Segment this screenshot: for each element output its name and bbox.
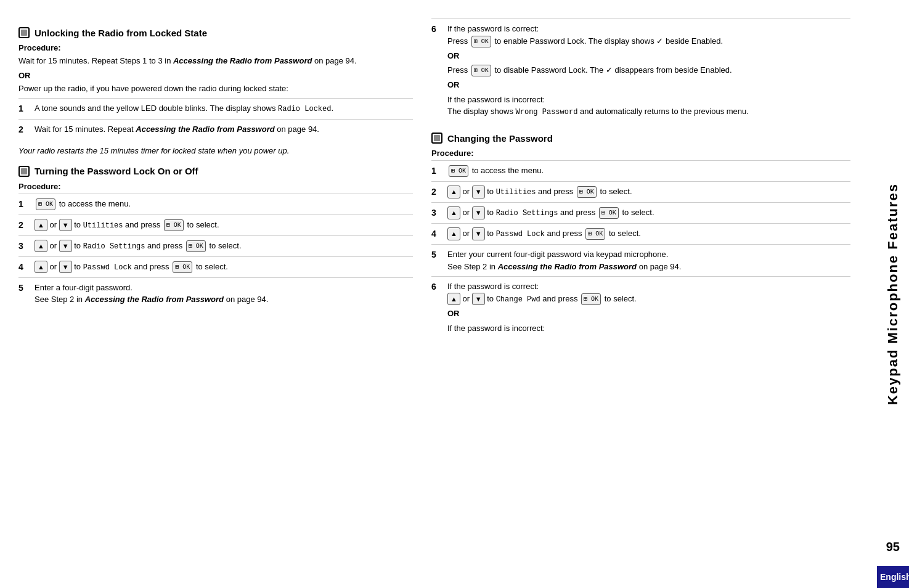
- or-label: OR: [447, 79, 850, 91]
- ok-button-icon: ⊞ OK: [36, 198, 55, 210]
- procedure-label-changing-password: Procedure:: [431, 149, 850, 158]
- unlocking-steps: 1 A tone sounds and the yellow LED doubl…: [18, 98, 413, 140]
- step-item: 5 Enter your current four-digit password…: [431, 244, 850, 276]
- up-arrow-icon: ▲: [447, 206, 460, 219]
- up-arrow-icon: ▲: [447, 186, 460, 198]
- step-item: 3 ▲ or ▼ to Radio Settings and press ⊞ O…: [18, 235, 413, 256]
- unlocking-or-text: Power up the radio, if you have powered …: [18, 83, 413, 95]
- up-arrow-icon: ▲: [35, 240, 47, 253]
- step-item: 1 ⊞ OK to access the menu.: [431, 160, 850, 181]
- language-label: English: [880, 572, 909, 582]
- language-bar: English: [877, 566, 909, 588]
- right-column: 6 If the password is correct: Press ⊞ OK…: [431, 18, 850, 576]
- ok-button-icon: ⊞ OK: [449, 165, 468, 177]
- sidebar: Keypad Microphone Features 95 English: [877, 0, 909, 588]
- up-arrow-icon: ▲: [447, 293, 460, 306]
- page-number: 95: [886, 540, 900, 554]
- step-item: 3 ▲ or ▼ to Radio Settings and press ⊞ O…: [431, 202, 850, 223]
- section-icon-password-lock: [18, 166, 30, 177]
- up-arrow-icon: ▲: [447, 227, 460, 240]
- procedure-label-unlocking: Procedure:: [18, 43, 413, 52]
- down-arrow-icon: ▼: [472, 206, 485, 219]
- italic-note-unlocking: Your radio restarts the 15 minutes timer…: [18, 145, 413, 157]
- section-changing-password-title: Changing the Password: [431, 133, 850, 144]
- main-content: Unlocking the Radio from Locked State Pr…: [0, 0, 877, 588]
- or-label: OR: [447, 308, 850, 320]
- down-arrow-icon: ▼: [59, 219, 72, 232]
- left-column: Unlocking the Radio from Locked State Pr…: [18, 18, 413, 576]
- step-item: 2 ▲ or ▼ to Utilities and press ⊞ OK to …: [431, 181, 850, 202]
- section-icon-changing-password: [431, 133, 442, 144]
- up-arrow-icon: ▲: [35, 219, 47, 232]
- password-lock-steps: 1 ⊞ OK to access the menu. 2 ▲ or ▼ to U…: [18, 194, 413, 309]
- changing-password-steps: 1 ⊞ OK to access the menu. 2 ▲ or ▼ to U…: [431, 160, 850, 338]
- ok-button-icon: ⊞ OK: [471, 36, 491, 47]
- section-password-lock: Turning the Password Lock On or Off Proc…: [18, 166, 413, 309]
- step-item: 2 ▲ or ▼ to Utilities and press ⊞ OK to …: [18, 214, 413, 235]
- section-icon-unlocking: [18, 27, 30, 38]
- password-lock-step6: 6 If the password is correct: Press ⊞ OK…: [431, 18, 850, 121]
- step-item: 1 A tone sounds and the yellow LED doubl…: [18, 98, 413, 119]
- or-label-1: OR: [18, 71, 413, 80]
- down-arrow-icon: ▼: [472, 186, 485, 198]
- ok-button-icon: ⊞ OK: [173, 261, 192, 273]
- or-label: OR: [447, 50, 850, 62]
- unlocking-intro: Wait for 15 minutes. Repeat Steps 1 to 3…: [18, 55, 413, 67]
- down-arrow-icon: ▼: [59, 240, 72, 253]
- step-item: 2 Wait for 15 minutes. Repeat Accessing …: [18, 119, 413, 140]
- step-item: 6 If the password is correct: Press ⊞ OK…: [431, 18, 850, 121]
- ok-button-icon: ⊞ OK: [471, 65, 491, 76]
- section-unlocking: Unlocking the Radio from Locked State Pr…: [18, 27, 413, 157]
- ok-button-icon: ⊞ OK: [186, 240, 206, 252]
- procedure-label-password-lock: Procedure:: [18, 182, 413, 191]
- down-arrow-icon: ▼: [472, 293, 485, 306]
- down-arrow-icon: ▼: [59, 261, 72, 274]
- section-unlocking-title: Unlocking the Radio from Locked State: [18, 27, 413, 38]
- step-item: 1 ⊞ OK to access the menu.: [18, 194, 413, 214]
- ok-button-icon: ⊞ OK: [164, 219, 184, 231]
- ok-button-icon: ⊞ OK: [585, 228, 605, 240]
- up-arrow-icon: ▲: [35, 261, 47, 274]
- section-password-lock-title: Turning the Password Lock On or Off: [18, 166, 413, 177]
- down-arrow-icon: ▼: [472, 227, 485, 240]
- ok-button-icon: ⊞ OK: [599, 207, 619, 219]
- step-item: 4 ▲ or ▼ to Passwd Lock and press ⊞ OK t…: [18, 256, 413, 277]
- ok-button-icon: ⊞ OK: [577, 186, 597, 198]
- section-changing-password: Changing the Password Procedure: 1 ⊞ OK …: [431, 133, 850, 338]
- step-item: 5 Enter a four-digit password. See Step …: [18, 277, 413, 309]
- step-item: 6 If the password is correct: ▲ or ▼ to …: [431, 276, 850, 338]
- ok-button-icon: ⊞ OK: [581, 293, 601, 305]
- step-item: 4 ▲ or ▼ to Passwd Lock and press ⊞ OK t…: [431, 223, 850, 244]
- sidebar-title: Keypad Microphone Features: [885, 183, 901, 405]
